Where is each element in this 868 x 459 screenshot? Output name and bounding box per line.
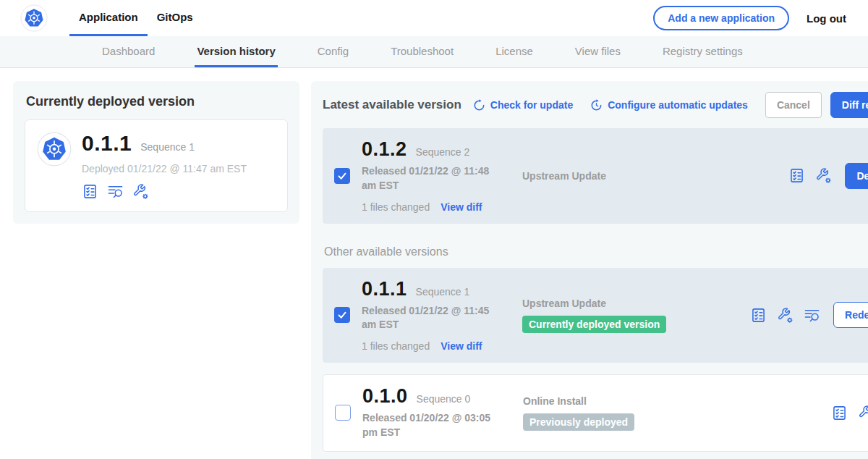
redeploy-button[interactable]: Redeploy [833, 302, 868, 328]
version-0-1-2-actions: Deploy [788, 163, 868, 189]
version-0-1-1-actions: Redeploy [750, 302, 868, 328]
released-timestamp: Released 01/21/22 @ 11:48 am EST [362, 164, 506, 193]
preflight-checks-icon[interactable] [82, 183, 98, 200]
sequence-label: Sequence 2 [416, 146, 470, 158]
currently-deployed-badge: Currently deployed version [522, 316, 666, 333]
sequence-label: Sequence 0 [417, 393, 471, 405]
subnav-item-view-files[interactable]: View files [573, 36, 623, 67]
previously-deployed-badge: Previously deployed [523, 413, 634, 431]
view-diff-link[interactable]: View diff [441, 201, 482, 213]
tab-gitops-label: GitOps [157, 11, 193, 23]
files-changed-label: 1 files changed [362, 201, 430, 213]
source-label: Upstream Update [522, 298, 750, 309]
version-0-1-0-actions [831, 405, 868, 421]
deployed-version-number: 0.1.1 [82, 132, 132, 155]
version-row-0-1-0: 0.1.0 Sequence 0 Released 01/20/22 @ 03:… [323, 374, 868, 452]
sequence-label: Sequence 1 [416, 286, 470, 298]
check-for-update-label: Check for update [490, 99, 573, 111]
logout-button[interactable]: Log out [807, 12, 846, 25]
subnav-item-license[interactable]: License [493, 36, 535, 67]
tab-gitops[interactable]: GitOps [148, 0, 203, 36]
version-number: 0.1.1 [362, 279, 407, 299]
refresh-icon [473, 99, 485, 111]
version-0-1-2-info: 0.1.2 Sequence 2 Released 01/21/22 @ 11:… [362, 139, 522, 213]
deployed-timestamp: Deployed 01/21/22 @ 11:47 am EST [82, 163, 247, 174]
deployed-version-info: 0.1.1 Sequence 1 Deployed 01/21/22 @ 11:… [82, 132, 247, 200]
top-nav: Application GitOps Add a new application… [0, 0, 868, 36]
deployed-version-card: 0.1.1 Sequence 1 Deployed 01/21/22 @ 11:… [25, 119, 288, 212]
subnav-item-dashboard[interactable]: Dashboard [100, 36, 157, 67]
edit-config-icon[interactable] [777, 307, 793, 324]
app-logo-icon [37, 132, 72, 167]
source-label: Upstream Update [522, 170, 788, 182]
files-changed-label: 1 files changed [362, 340, 430, 352]
other-available-versions-title: Other available versions [324, 245, 868, 258]
subnav-item-troubleshoot[interactable]: Troubleshoot [388, 36, 456, 67]
source-label: Online Install [523, 395, 831, 407]
deploy-button[interactable]: Deploy [845, 163, 868, 189]
currently-deployed-title: Currently deployed version [26, 94, 288, 109]
version-number: 0.1.0 [362, 386, 408, 406]
check-for-update-link[interactable]: Check for update [473, 99, 573, 111]
top-nav-spacer [203, 0, 654, 36]
tab-application[interactable]: Application [69, 0, 148, 36]
cancel-button[interactable]: Cancel [765, 92, 822, 118]
version-number: 0.1.2 [362, 139, 407, 159]
checkmark-icon [336, 308, 349, 321]
version-0-1-1-checkbox[interactable] [334, 307, 350, 323]
view-diff-link[interactable]: View diff [441, 340, 482, 352]
subnav-item-version-history[interactable]: Version history [195, 36, 277, 67]
kubernetes-logo-icon [20, 4, 48, 32]
version-0-1-1-info: 0.1.1 Sequence 1 Released 01/21/22 @ 11:… [362, 279, 522, 353]
currently-deployed-panel: Currently deployed version 0.1.1 Sequenc… [13, 81, 299, 224]
configure-automatic-updates-link[interactable]: Configure automatic updates [590, 99, 748, 111]
edit-config-icon[interactable] [132, 183, 149, 200]
version-row-0-1-2: 0.1.2 Sequence 2 Released 01/21/22 @ 11:… [323, 128, 868, 224]
version-row-0-1-1: 0.1.1 Sequence 1 Released 01/21/22 @ 11:… [323, 268, 868, 363]
version-0-1-0-info: 0.1.0 Sequence 0 Released 01/20/22 @ 03:… [362, 386, 523, 440]
latest-available-title: Latest available version [323, 98, 461, 112]
version-0-1-0-source: Online Install Previously deployed [523, 395, 831, 431]
checkmark-icon [336, 169, 349, 182]
version-0-1-0-checkbox[interactable] [335, 405, 351, 421]
available-versions-panel: Latest available version Check for updat… [311, 81, 868, 459]
view-config-icon[interactable] [858, 405, 868, 421]
view-logs-icon[interactable] [804, 307, 820, 324]
add-new-application-button[interactable]: Add a new application [653, 6, 789, 30]
deployed-sequence-label: Sequence 1 [140, 141, 195, 153]
app-sub-nav: Dashboard Version history Config Trouble… [0, 36, 868, 68]
preflight-checks-icon[interactable] [750, 307, 767, 324]
diff-releases-button[interactable]: Diff releases [830, 92, 868, 118]
version-0-1-1-source: Upstream Update Currently deployed versi… [522, 298, 750, 333]
released-timestamp: Released 01/21/22 @ 11:45 am EST [362, 304, 506, 332]
main-content: Currently deployed version 0.1.1 Sequenc… [0, 68, 868, 459]
subnav-item-registry-settings[interactable]: Registry settings [660, 36, 745, 67]
configure-updates-label: Configure automatic updates [608, 99, 748, 111]
version-0-1-2-source: Upstream Update [522, 170, 788, 182]
clock-refresh-icon [590, 99, 603, 111]
tab-application-label: Application [79, 11, 138, 23]
view-logs-icon[interactable] [107, 183, 124, 200]
edit-config-icon[interactable] [815, 167, 832, 184]
version-0-1-2-checkbox[interactable] [334, 168, 350, 184]
released-timestamp: Released 01/20/22 @ 03:05 pm EST [362, 411, 507, 439]
subnav-item-config[interactable]: Config [315, 36, 351, 67]
available-versions-header: Latest available version Check for updat… [323, 92, 868, 118]
preflight-checks-icon[interactable] [831, 405, 848, 421]
preflight-checks-icon[interactable] [788, 167, 805, 184]
